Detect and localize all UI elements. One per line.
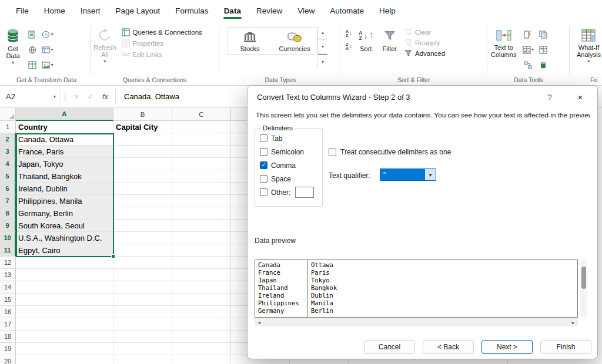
consolidate-button[interactable] (536, 42, 551, 58)
currencies-button[interactable]: Currencies (272, 28, 317, 54)
delimiter-option-semicolon[interactable]: Semicolon (260, 147, 317, 156)
cell-A5[interactable]: Thailand, Bangkok (16, 170, 113, 183)
cell-B13[interactable] (113, 269, 172, 281)
name-box[interactable]: A2 ▾ (0, 86, 61, 107)
cell-A13[interactable] (16, 269, 113, 281)
help-button[interactable]: ? (541, 93, 558, 102)
cell-C15[interactable] (172, 294, 231, 306)
cell-C19[interactable] (172, 343, 231, 355)
cell-A3[interactable]: France, Paris (16, 146, 113, 158)
cell-B12[interactable] (113, 257, 172, 269)
delimiter-option-tab[interactable]: Tab (260, 134, 317, 143)
cell-A1[interactable]: Country (16, 121, 113, 133)
data-validation-button[interactable]: ▾ (520, 42, 536, 58)
select-all-corner[interactable] (0, 108, 16, 121)
menu-tab-home[interactable]: Home (36, 3, 73, 20)
cell-C17[interactable] (172, 318, 231, 331)
row-header-11[interactable]: 11 (0, 244, 16, 257)
row-header-6[interactable]: 6 (0, 183, 16, 195)
other-delimiter-input[interactable] (295, 187, 314, 198)
row-header-14[interactable]: 14 (0, 281, 16, 294)
cell-C8[interactable] (172, 207, 231, 220)
properties-button[interactable]: Properties (122, 39, 202, 48)
sort-descending-button[interactable]: ZA↓ (346, 42, 352, 50)
insert-function-icon[interactable]: fx (98, 92, 113, 101)
delimiter-option-other[interactable]: Other: (260, 188, 317, 197)
column-header-C[interactable]: C (172, 108, 231, 121)
row-header-13[interactable]: 13 (0, 269, 16, 281)
cell-C4[interactable] (172, 158, 231, 170)
cell-C1[interactable] (172, 121, 231, 133)
cell-C14[interactable] (172, 281, 231, 294)
get-data-button[interactable]: Get Data ▾ (4, 26, 22, 67)
cell-B5[interactable] (113, 170, 172, 183)
cell-A20[interactable] (16, 355, 113, 364)
row-header-18[interactable]: 18 (0, 331, 16, 343)
from-table-range-button[interactable] (25, 58, 40, 73)
cell-A8[interactable]: Germany, Berlin (16, 207, 113, 220)
cell-B8[interactable] (113, 207, 172, 220)
cancel-entry-icon[interactable]: × (69, 92, 83, 101)
recent-sources-button[interactable]: ▾ (40, 27, 55, 42)
scroll-thumb[interactable] (581, 267, 586, 289)
remove-duplicates-button[interactable] (536, 27, 551, 42)
menu-tab-data[interactable]: Data (216, 3, 249, 20)
text-qualifier-combobox[interactable]: " ▾ (380, 168, 436, 181)
cell-A18[interactable] (16, 331, 113, 343)
cell-B20[interactable] (113, 355, 172, 364)
queries-connections-button[interactable]: Queries & Connections (122, 28, 202, 36)
row-header-8[interactable]: 8 (0, 207, 16, 220)
advanced-filter-button[interactable]: Advanced (404, 49, 445, 57)
row-header-2[interactable]: 2 (0, 133, 16, 146)
gallery-more-button[interactable]: ▾ (318, 54, 327, 68)
row-header-15[interactable]: 15 (0, 294, 16, 306)
next-button[interactable]: Next > (481, 340, 533, 354)
preview-vertical-scrollbar[interactable] (580, 259, 587, 318)
column-header-A[interactable]: A (16, 108, 113, 121)
cell-C9[interactable] (172, 220, 231, 232)
cell-B2[interactable] (113, 133, 172, 146)
row-header-1[interactable]: 1 (0, 121, 16, 133)
from-text-csv-button[interactable] (25, 27, 40, 42)
cell-A2[interactable]: Canada, Ottawa (16, 133, 113, 146)
scroll-right-icon[interactable]: ► (568, 318, 578, 326)
row-header-7[interactable]: 7 (0, 195, 16, 207)
cancel-button[interactable]: Cancel (364, 340, 415, 354)
row-header-9[interactable]: 9 (0, 220, 16, 232)
cell-C12[interactable] (172, 257, 231, 269)
menu-tab-view[interactable]: View (290, 3, 322, 20)
existing-connections-button[interactable]: ▾ (40, 42, 55, 58)
edit-links-button[interactable]: Edit Links (122, 50, 202, 59)
cell-B14[interactable] (113, 281, 172, 294)
relationships-button[interactable] (520, 58, 536, 73)
cell-C20[interactable] (172, 355, 231, 364)
menu-tab-file[interactable]: File (8, 3, 36, 20)
cell-B10[interactable] (113, 232, 172, 244)
cell-B3[interactable] (113, 146, 172, 158)
refresh-all-button[interactable]: Refresh All ▾ (92, 26, 118, 66)
menu-tab-review[interactable]: Review (249, 3, 290, 20)
filter-button[interactable]: Filter (381, 26, 399, 55)
menu-tab-page-layout[interactable]: Page Layout (108, 3, 168, 20)
scroll-track[interactable] (264, 318, 568, 326)
cell-B6[interactable] (113, 183, 172, 195)
cell-A9[interactable]: South Korea, Seoul (16, 220, 113, 232)
reapply-filter-button[interactable]: Reapply (404, 39, 445, 46)
row-header-5[interactable]: 5 (0, 170, 16, 183)
menu-tab-automate[interactable]: Automate (322, 3, 372, 20)
cell-C13[interactable] (172, 269, 231, 281)
chevron-down-icon[interactable]: ▾ (425, 169, 436, 180)
finish-button[interactable]: Finish (540, 340, 591, 354)
row-header-17[interactable]: 17 (0, 318, 16, 331)
cell-C10[interactable] (172, 232, 231, 244)
cell-C6[interactable] (172, 183, 231, 195)
what-if-analysis-button[interactable]: What-If Analysis ▾ (575, 26, 602, 66)
back-button[interactable]: < Back (423, 340, 474, 354)
flash-fill-button[interactable] (520, 27, 536, 42)
cell-B7[interactable] (113, 195, 172, 207)
menu-tab-formulas[interactable]: Formulas (168, 3, 216, 20)
formula-input[interactable]: Canada, Ottawa (118, 86, 179, 107)
text-to-columns-button[interactable]: Text to Columns (489, 26, 518, 60)
cell-B9[interactable] (113, 220, 172, 232)
sort-ascending-button[interactable]: AZ↓ (346, 29, 352, 38)
